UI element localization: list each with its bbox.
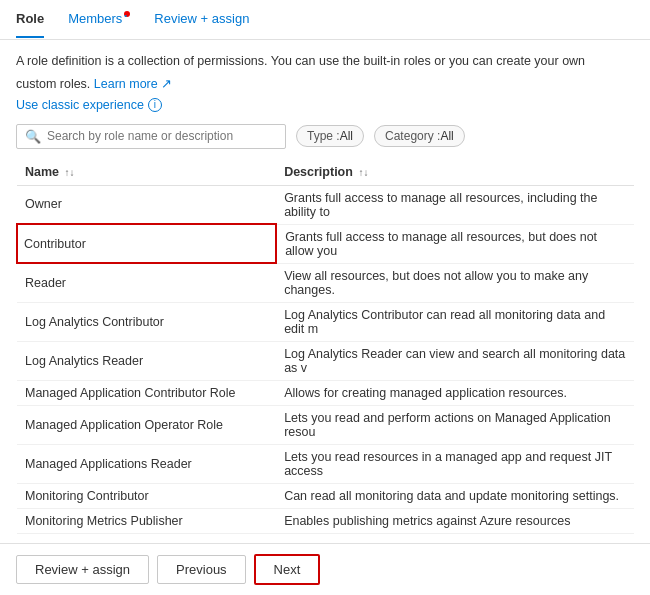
- table-row[interactable]: Managed Applications ReaderLets you read…: [17, 444, 634, 483]
- search-icon: 🔍: [25, 129, 41, 144]
- footer-bar: Review + assign Previous Next: [0, 543, 650, 595]
- table-row[interactable]: ContributorGrants full access to manage …: [17, 224, 634, 263]
- previous-button[interactable]: Previous: [157, 555, 246, 584]
- table-row[interactable]: Managed Application Operator RoleLets yo…: [17, 405, 634, 444]
- role-name-cell[interactable]: Managed Application Contributor Role: [17, 380, 276, 405]
- role-description-cell: Log Analytics Contributor can read all m…: [276, 302, 634, 341]
- filter-row: 🔍 Type : All Category : All: [16, 124, 634, 149]
- role-description-cell: View all resources, but does not allow y…: [276, 263, 634, 302]
- table-row[interactable]: Managed Application Contributor RoleAllo…: [17, 380, 634, 405]
- role-description-cell: Lets you read and perform actions on Man…: [276, 405, 634, 444]
- top-navigation: Role Members• Review + assign: [0, 0, 650, 40]
- role-description-cell: Log Analytics Reader can view and search…: [276, 341, 634, 380]
- role-description-cell: Enables publishing metrics against Azure…: [276, 508, 634, 533]
- tab-role[interactable]: Role: [16, 1, 44, 38]
- role-description-cell: Can read all monitoring data.: [276, 533, 634, 539]
- table-row[interactable]: Monitoring ReaderCan read all monitoring…: [17, 533, 634, 539]
- description-line2: custom roles. Learn more ↗: [16, 75, 634, 94]
- role-name-cell[interactable]: Monitoring Contributor: [17, 483, 276, 508]
- main-content: A role definition is a collection of per…: [0, 40, 650, 547]
- role-name-cell[interactable]: Log Analytics Contributor: [17, 302, 276, 341]
- table-row[interactable]: OwnerGrants full access to manage all re…: [17, 185, 634, 224]
- name-sort-icon[interactable]: ↑↓: [65, 167, 75, 178]
- table-row[interactable]: ReaderView all resources, but does not a…: [17, 263, 634, 302]
- role-name-cell[interactable]: Contributor: [17, 224, 276, 263]
- description-sort-icon[interactable]: ↑↓: [358, 167, 368, 178]
- role-description-cell: Grants full access to manage all resourc…: [276, 185, 634, 224]
- search-box[interactable]: 🔍: [16, 124, 286, 149]
- table-row[interactable]: Log Analytics ContributorLog Analytics C…: [17, 302, 634, 341]
- table-row[interactable]: Monitoring Metrics PublisherEnables publ…: [17, 508, 634, 533]
- type-filter[interactable]: Type : All: [296, 125, 364, 147]
- roles-table: Name ↑↓ Description ↑↓ OwnerGrants full …: [16, 159, 634, 539]
- role-name-cell[interactable]: Reader: [17, 263, 276, 302]
- classic-experience-link[interactable]: Use classic experience i: [16, 98, 634, 112]
- members-dot: •: [124, 11, 130, 17]
- role-name-cell[interactable]: Monitoring Metrics Publisher: [17, 508, 276, 533]
- info-icon: i: [148, 98, 162, 112]
- col-name[interactable]: Name ↑↓: [17, 159, 276, 186]
- role-description-cell: Lets you read resources in a managed app…: [276, 444, 634, 483]
- role-description-cell: Allows for creating managed application …: [276, 380, 634, 405]
- role-description-cell: Grants full access to manage all resourc…: [276, 224, 634, 263]
- category-filter[interactable]: Category : All: [374, 125, 465, 147]
- table-header-row: Name ↑↓ Description ↑↓: [17, 159, 634, 186]
- table-row[interactable]: Log Analytics ReaderLog Analytics Reader…: [17, 341, 634, 380]
- role-name-cell[interactable]: Monitoring Reader: [17, 533, 276, 539]
- table-body: OwnerGrants full access to manage all re…: [17, 185, 634, 539]
- table-row[interactable]: Monitoring ContributorCan read all monit…: [17, 483, 634, 508]
- col-description[interactable]: Description ↑↓: [276, 159, 634, 186]
- description-line1: A role definition is a collection of per…: [16, 52, 634, 71]
- role-description-cell: Can read all monitoring data and update …: [276, 483, 634, 508]
- tab-review-assign[interactable]: Review + assign: [154, 1, 249, 38]
- role-name-cell[interactable]: Log Analytics Reader: [17, 341, 276, 380]
- roles-table-container: Name ↑↓ Description ↑↓ OwnerGrants full …: [16, 159, 634, 539]
- review-assign-button[interactable]: Review + assign: [16, 555, 149, 584]
- role-name-cell[interactable]: Owner: [17, 185, 276, 224]
- next-button[interactable]: Next: [254, 554, 321, 585]
- tab-members[interactable]: Members•: [68, 1, 130, 38]
- search-input[interactable]: [47, 129, 277, 143]
- learn-more-link[interactable]: Learn more ↗: [94, 77, 172, 91]
- role-name-cell[interactable]: Managed Applications Reader: [17, 444, 276, 483]
- role-name-cell[interactable]: Managed Application Operator Role: [17, 405, 276, 444]
